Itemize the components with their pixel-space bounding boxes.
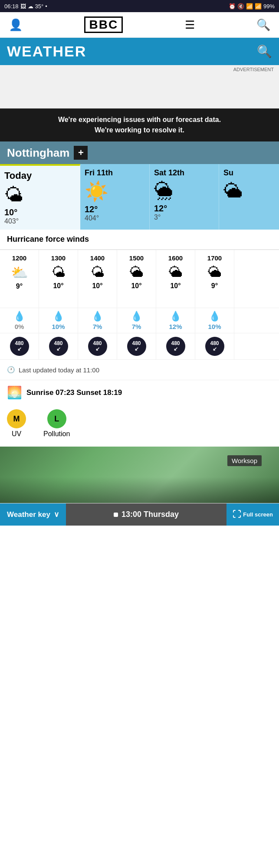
rain-1300-icon: 💧 <box>42 311 75 322</box>
forecast-sat[interactable]: Sat 12th 🌦 12° 3° <box>150 164 219 230</box>
forecast-today[interactable]: Today 🌤 10° 403° <box>0 164 80 230</box>
hourly-1300-time: 1300 <box>42 254 75 262</box>
forecast-sat-label: Sat 12th <box>154 168 214 178</box>
hourly-1400: 1400 🌤 10° <box>78 250 117 308</box>
hourly-1300-temp: 10° <box>42 282 75 290</box>
speed-1400: 480↙ <box>78 333 117 359</box>
speed-1700: 480↙ <box>195 333 234 359</box>
pollution-item: L Pollution <box>43 409 70 438</box>
forecast-sat-icon: 🌦 <box>154 180 214 202</box>
weather-search-icon[interactable]: 🔍 <box>257 44 272 59</box>
update-row: 🕐 Last updated today at 11:00 <box>0 359 279 380</box>
fullscreen-button[interactable]: ⛶ Full screen <box>226 503 279 526</box>
bbc-logo[interactable]: BBC <box>84 16 123 33</box>
status-bar: 06:18 🖼 ☁ 35° • ⏰ 🔇 📶 📶 99% <box>0 0 279 12</box>
weather-key-label: Weather key <box>7 510 50 519</box>
alert-row: Hurricane force winds <box>0 230 279 250</box>
weather-title: WEATHER <box>7 43 86 60</box>
uv-item: M UV <box>7 409 26 438</box>
forecast-sun[interactable]: Su 🌥 <box>219 164 279 230</box>
status-gallery-icon: 🖼 <box>20 3 26 10</box>
hourly-1300-icon: 🌤 <box>42 264 75 280</box>
fullscreen-icon: ⛶ <box>233 510 241 519</box>
status-signal-icon: 📶 <box>255 3 262 10</box>
ad-label: ADVERTISEMENT <box>233 67 274 72</box>
warning-line1: We're experiencing issues with our forec… <box>9 115 270 125</box>
status-temp: 35° <box>35 3 44 10</box>
rain-1500: 💧 7% <box>117 308 156 333</box>
hourly-1500-time: 1500 <box>120 254 153 262</box>
hourly-scroll[interactable]: 1200 ⛅ 9° 1300 🌤 10° 1400 🌤 10° 1500 🌥 1… <box>0 250 279 308</box>
status-right: ⏰ 🔇 📶 📶 99% <box>229 3 275 10</box>
speed-row: 480↙ 480↙ 480↙ 480↙ 480↙ 480↙ <box>0 333 279 359</box>
rain-1200: 💧 0% <box>0 308 39 333</box>
speed-1200: 480↙ <box>0 333 39 359</box>
wind-rain-row: 💧 0% 💧 10% 💧 7% 💧 7% 💧 12% 💧 10% <box>0 308 279 333</box>
forecast-today-temp2: 403° <box>4 217 75 225</box>
rain-1600: 💧 12% <box>156 308 195 333</box>
status-dot: • <box>45 3 47 10</box>
speed-1300: 480↙ <box>39 333 78 359</box>
add-location-button[interactable]: + <box>74 146 88 160</box>
rain-1400-pct: 7% <box>81 323 114 330</box>
rain-1200-icon: 💧 <box>3 311 36 322</box>
rain-1700: 💧 10% <box>195 308 234 333</box>
forecast-today-label: Today <box>4 170 75 181</box>
uv-badge: M <box>7 409 26 428</box>
map-section[interactable]: Worksop <box>0 447 279 503</box>
forecast-sun-icon: 🌥 <box>223 180 279 202</box>
forecast-fri-temp2: 404° <box>85 214 145 222</box>
hourly-1200-icon: ⛅ <box>3 264 36 281</box>
location-name: Nottingham <box>7 146 69 160</box>
fullscreen-label: Full screen <box>243 511 273 518</box>
hourly-1200-time: 1200 <box>3 254 36 262</box>
status-time: 06:18 <box>4 3 19 10</box>
rain-1700-icon: 💧 <box>198 311 231 322</box>
warning-line2: We're working to resolve it. <box>9 125 270 135</box>
hourly-1400-icon: 🌤 <box>81 264 114 280</box>
hourly-1400-temp: 10° <box>81 282 114 290</box>
speed-1500: 480↙ <box>117 333 156 359</box>
hourly-1200: 1200 ⛅ 9° <box>0 250 39 308</box>
forecast-sat-temp2: 3° <box>154 214 214 221</box>
rain-1500-pct: 7% <box>120 323 153 330</box>
menu-icon[interactable]: ☰ <box>185 18 195 32</box>
hourly-section: 1200 ⛅ 9° 1300 🌤 10° 1400 🌤 10° 1500 🌥 1… <box>0 250 279 359</box>
forecast-fri-label: Fri 11th <box>85 168 145 178</box>
hourly-1600-time: 1600 <box>159 254 192 262</box>
hourly-1700-temp: 9° <box>198 282 231 290</box>
forecast-sat-temp: 12° <box>154 204 214 214</box>
speed-1200-ball: 480↙ <box>10 337 29 356</box>
weather-key-button[interactable]: Weather key ∨ <box>0 503 66 526</box>
rain-1300: 💧 10% <box>39 308 78 333</box>
profile-icon[interactable]: 👤 <box>9 18 23 32</box>
location-section: Nottingham + Today 🌤 10° 403° Fri 11th ☀… <box>0 141 279 230</box>
hourly-1300: 1300 🌤 10° <box>39 250 78 308</box>
forecast-scroll[interactable]: Today 🌤 10° 403° Fri 11th ☀️ 12° 404° Sa… <box>0 164 279 230</box>
hourly-1700: 1700 🌥 9° <box>195 250 234 308</box>
speed-1600-ball: 480↙ <box>166 337 185 356</box>
status-cloud-icon: ☁ <box>28 3 33 10</box>
status-battery: 99% <box>263 3 275 10</box>
speed-1500-ball: 480↙ <box>127 337 146 356</box>
time-display: 13:00 Thursday <box>66 503 227 526</box>
search-icon[interactable]: 🔍 <box>256 18 270 32</box>
location-bar: Nottingham + <box>0 141 279 164</box>
hourly-1400-time: 1400 <box>81 254 114 262</box>
forecast-fri[interactable]: Fri 11th ☀️ 12° 404° <box>80 164 150 230</box>
forecast-today-icon: 🌤 <box>4 184 75 206</box>
warning-banner: We're experiencing issues with our forec… <box>0 108 279 141</box>
weather-key-chevron: ∨ <box>54 510 59 519</box>
status-mute-icon: 🔇 <box>237 3 244 10</box>
rain-1300-pct: 10% <box>42 323 75 330</box>
rain-1400: 💧 7% <box>78 308 117 333</box>
uv-pollution-row: M UV L Pollution <box>0 405 279 447</box>
header: 👤 BBC ☰ 🔍 <box>0 12 279 38</box>
sunrise-label: Sunrise 07:23 Sunset 18:19 <box>26 388 122 397</box>
hourly-1600-icon: 🌥 <box>159 264 192 280</box>
clock-icon: 🕐 <box>7 366 15 374</box>
hourly-1700-icon: 🌥 <box>198 264 231 280</box>
forecast-fri-temp: 12° <box>85 204 145 214</box>
status-wifi-icon: 📶 <box>246 3 253 10</box>
hourly-1700-time: 1700 <box>198 254 231 262</box>
